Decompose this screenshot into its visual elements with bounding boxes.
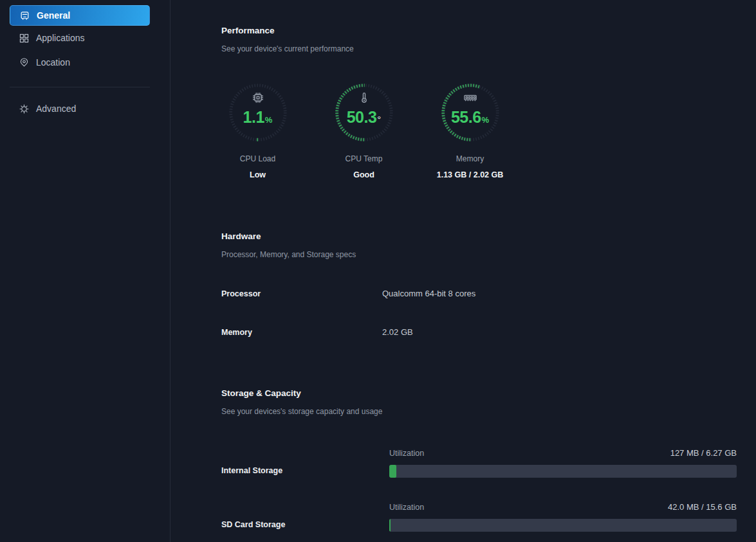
gauge-status: Low <box>250 170 266 180</box>
gauge-label: CPU Temp <box>346 154 383 164</box>
spec-value: 2.02 GB <box>382 327 413 338</box>
gauge-unit: ° <box>377 114 381 125</box>
thermometer-icon <box>333 91 395 105</box>
sidebar-item-applications[interactable]: Applications <box>10 26 150 50</box>
storage-label: SD Card Storage <box>221 502 389 532</box>
sidebar-item-general[interactable]: General <box>10 5 150 26</box>
spec-label: Memory <box>221 327 382 338</box>
hardware-subtitle: Processor, Memory, and Storage specs <box>221 250 737 260</box>
gauge-unit: % <box>265 115 273 125</box>
internal-storage-progress-bar <box>389 465 737 478</box>
gauge-label: CPU Load <box>240 154 275 164</box>
spec-row-processor: Processor Qualcomm 64-bit 8 cores <box>221 289 737 299</box>
gauge-status: 1.13 GB / 2.02 GB <box>437 170 504 180</box>
sidebar-item-label: Location <box>36 57 70 68</box>
gauge-value: 55.6 <box>451 108 481 127</box>
spec-row-memory: Memory 2.02 GB <box>221 327 737 338</box>
gauge-label: Memory <box>456 154 484 164</box>
gauge-row: 1.1 % CPU Load Low <box>205 82 737 180</box>
ram-icon <box>439 91 501 105</box>
sidebar: General Applications Location <box>0 0 171 542</box>
cpu-chip-icon <box>227 91 289 105</box>
storage-title: Storage & Capacity <box>221 388 737 399</box>
storage-subtitle: See your devices's storage capacity and … <box>221 407 737 417</box>
gauge-value: 50.3 <box>347 108 377 127</box>
gauge-unit: % <box>482 115 490 125</box>
apps-grid-icon <box>18 32 30 44</box>
storage-label: Internal Storage <box>221 448 389 478</box>
progress-fill <box>389 519 391 532</box>
gauge-value: 1.1 <box>243 108 264 127</box>
utilization-value: 127 MB / 6.27 GB <box>670 448 737 458</box>
section-performance: Performance See your device's current pe… <box>221 26 737 180</box>
section-hardware: Hardware Processor, Memory, and Storage … <box>221 231 737 338</box>
sdcard-storage-progress-bar <box>389 519 737 532</box>
sidebar-item-label: Advanced <box>36 104 76 114</box>
gauge-status: Good <box>353 170 374 180</box>
performance-title: Performance <box>221 26 737 36</box>
cpu-temp-gauge: 50.3 ° CPU Temp Good <box>311 82 417 180</box>
utilization-value: 42.0 MB / 15.6 GB <box>668 502 737 512</box>
location-pin-icon <box>18 57 30 68</box>
storage-row-internal: Internal Storage Utilization 127 MB / 6.… <box>221 448 737 478</box>
section-storage: Storage & Capacity See your devices's st… <box>221 388 737 532</box>
spec-value: Qualcomm 64-bit 8 cores <box>382 289 475 299</box>
console-device-icon <box>19 10 30 21</box>
spec-label: Processor <box>221 289 382 299</box>
sidebar-item-advanced[interactable]: Advanced <box>10 96 150 121</box>
utilization-label: Utilization <box>389 448 424 458</box>
sidebar-item-label: General <box>37 10 70 21</box>
cpu-load-gauge: 1.1 % CPU Load Low <box>205 82 311 180</box>
sidebar-item-label: Applications <box>36 33 85 43</box>
memory-gauge: 55.6 % Memory 1.13 GB / 2.02 GB <box>417 82 523 180</box>
performance-subtitle: See your device's current performance <box>221 44 737 54</box>
sidebar-item-location[interactable]: Location <box>10 50 150 75</box>
hardware-title: Hardware <box>221 231 737 242</box>
main-content: Performance See your device's current pe… <box>171 0 756 542</box>
sidebar-divider <box>10 87 150 87</box>
storage-row-sdcard: SD Card Storage Utilization 42.0 MB / 15… <box>221 502 737 532</box>
progress-fill <box>389 465 396 478</box>
gear-icon <box>18 103 30 114</box>
utilization-label: Utilization <box>389 502 424 512</box>
